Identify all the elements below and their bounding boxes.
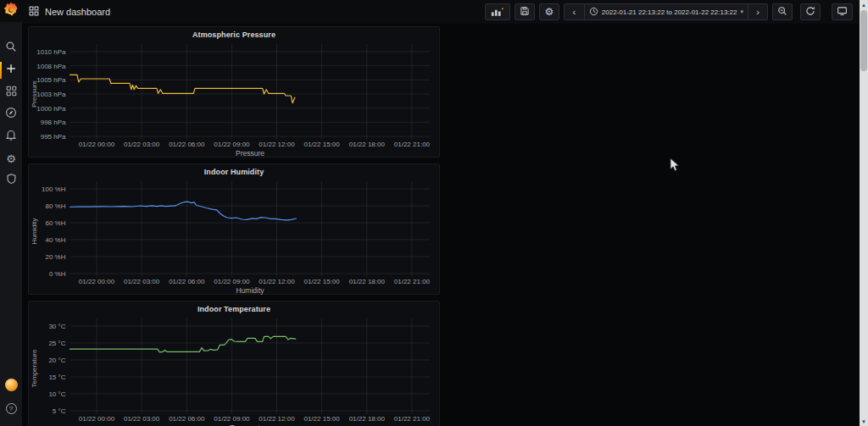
- indoor-humidity-chart[interactable]: 01/22 00:0001/22 03:0001/22 06:0001/22 0…: [29, 164, 441, 296]
- y-tick-label: 998 hPa: [41, 119, 66, 126]
- shield-icon: [6, 173, 17, 188]
- y-tick-label: 5 °C: [53, 407, 66, 415]
- gear-icon: ⚙: [544, 7, 554, 17]
- panel-indoor-humidity: Indoor Humidity 01/22 00:0001/22 03:0001…: [28, 163, 440, 295]
- x-tick-label: 01/22 12:00: [259, 415, 295, 423]
- sidebar: ⚙ ?: [0, 0, 22, 426]
- axis-tick-labels: 01/22 00:0001/22 03:0001/22 06:0001/22 0…: [48, 323, 430, 423]
- dashboard-canvas: Atmospheric Pressure 01/22 00:0001/22 03…: [22, 24, 860, 426]
- x-tick-label: 01/22 12:00: [259, 141, 295, 148]
- y-tick-label: 100 %H: [42, 185, 66, 193]
- search-icon: [5, 41, 17, 56]
- page-title: New dashboard: [45, 7, 110, 17]
- series-line-temperature: [70, 336, 296, 351]
- add-panel-button[interactable]: [485, 3, 510, 20]
- scroll-up-button[interactable]: ▲: [860, 0, 868, 9]
- time-shift-back-button[interactable]: ‹: [564, 3, 584, 20]
- scroll-thumb[interactable]: [860, 10, 867, 71]
- monitor-icon: [837, 6, 848, 18]
- y-tick-label: 1010 hPa: [36, 48, 66, 56]
- axis-tick-labels: 01/22 00:0001/22 03:0001/22 06:0001/22 0…: [42, 185, 431, 285]
- scroll-down-button[interactable]: ▼: [860, 417, 868, 426]
- legend-label: Pressure: [236, 149, 264, 158]
- sidebar-item-configuration[interactable]: ⚙: [0, 147, 22, 169]
- atmospheric-pressure-chart[interactable]: 01/22 00:0001/22 03:0001/22 06:0001/22 0…: [29, 27, 441, 158]
- time-picker-group: ‹ 2022-01-21 22:13:22 to 2022-01-22 22:1…: [564, 3, 768, 20]
- dashboard-settings-button[interactable]: ⚙: [539, 3, 559, 20]
- y-tick-label: 20 °C: [48, 357, 65, 364]
- y-tick-label: 30 °C: [48, 323, 65, 330]
- scrollbar[interactable]: ▲ ▼: [860, 0, 868, 426]
- sidebar-item-dashboards[interactable]: [0, 81, 22, 103]
- grafana-app: { "topnav": { "title": "New dashboard", …: [0, 0, 868, 426]
- sidebar-item-help[interactable]: ?: [0, 397, 22, 419]
- active-indicator: [0, 62, 2, 79]
- caret-down-icon: ▾: [740, 8, 743, 15]
- refresh-button[interactable]: [800, 3, 821, 20]
- sidebar-item-profile[interactable]: [0, 373, 22, 396]
- indoor-temperature-chart[interactable]: 01/22 00:0001/22 03:0001/22 06:0001/22 0…: [29, 302, 441, 426]
- dashboard-toolbar: ⚙ ‹ 2022-01-21 22:13:22 to 2022-01-22 22…: [485, 3, 853, 20]
- compass-icon: [5, 107, 17, 122]
- y-tick-label: 40 %H: [45, 236, 65, 244]
- x-tick-label: 01/22 06:00: [169, 141, 205, 148]
- save-dashboard-button[interactable]: [515, 3, 535, 20]
- x-tick-label: 01/22 21:00: [394, 278, 431, 285]
- y-tick-label: 1003 hPa: [36, 91, 66, 98]
- zoom-out-icon: [777, 6, 787, 18]
- x-tick-label: 01/22 15:00: [303, 278, 340, 285]
- y-tick-label: 1000 hPa: [36, 105, 66, 113]
- time-range-button[interactable]: 2022-01-21 22:13:22 to 2022-01-22 22:13:…: [584, 3, 748, 20]
- series-line-humidity: [70, 202, 297, 220]
- breadcrumb[interactable]: New dashboard: [29, 4, 110, 19]
- chevron-right-icon: ›: [756, 8, 760, 17]
- refresh-icon: [805, 6, 815, 18]
- x-tick-label: 01/22 21:00: [394, 415, 431, 423]
- x-tick-label: 01/22 09:00: [214, 278, 250, 285]
- sidebar-item-explore[interactable]: [0, 103, 22, 125]
- plus-icon: [5, 63, 17, 78]
- sidebar-item-server-admin[interactable]: [0, 169, 22, 191]
- sidebar-item-alerting[interactable]: [0, 125, 22, 147]
- x-tick-label: 01/22 00:00: [79, 278, 115, 285]
- legend-label: Humidity: [236, 286, 264, 295]
- x-tick-label: 01/22 06:00: [169, 415, 205, 423]
- y-axis-label: Pressure: [31, 80, 38, 108]
- time-range-label: 2022-01-21 22:13:22 to 2022-01-22 22:13:…: [602, 8, 737, 16]
- grafana-logo-icon: [4, 3, 19, 20]
- y-tick-label: 60 %H: [45, 219, 65, 227]
- zoom-out-time-button[interactable]: [772, 3, 793, 20]
- cycle-view-mode-button[interactable]: [832, 3, 853, 20]
- x-tick-label: 01/22 09:00: [214, 415, 250, 423]
- y-tick-label: 80 %H: [45, 202, 65, 210]
- x-tick-label: 01/22 03:00: [124, 141, 160, 148]
- x-tick-label: 01/22 21:00: [394, 141, 431, 148]
- save-icon: [520, 6, 530, 18]
- x-tick-label: 01/22 15:00: [303, 415, 340, 423]
- x-tick-label: 01/22 06:00: [169, 278, 205, 285]
- user-avatar: [5, 379, 18, 391]
- clock-icon: [589, 7, 598, 18]
- y-axis-label: Temperature: [31, 349, 38, 387]
- grid-lines: [70, 181, 431, 277]
- y-tick-label: 10 °C: [48, 390, 65, 398]
- y-tick-label: 20 %H: [45, 253, 65, 261]
- x-tick-label: 01/22 03:00: [124, 278, 160, 285]
- y-tick-label: 995 hPa: [41, 133, 66, 141]
- y-tick-label: 15 °C: [48, 373, 65, 381]
- sidebar-item-create[interactable]: [0, 59, 22, 81]
- bar-chart-plus-icon: [491, 6, 504, 19]
- apps-grid-icon: [6, 85, 17, 100]
- grafana-logo-button[interactable]: [0, 0, 22, 22]
- series-line-pressure: [70, 75, 295, 102]
- time-shift-forward-button[interactable]: ›: [748, 3, 768, 20]
- dashboard-grid-icon: [29, 4, 39, 19]
- x-tick-label: 01/22 18:00: [349, 278, 386, 285]
- sidebar-item-search[interactable]: [0, 37, 22, 59]
- grid-lines: [70, 318, 431, 414]
- y-tick-label: 25 °C: [48, 340, 65, 347]
- x-tick-label: 01/22 09:00: [214, 141, 250, 148]
- y-tick-label: 1008 hPa: [36, 63, 66, 70]
- x-tick-label: 01/22 18:00: [349, 141, 386, 148]
- chevron-left-icon: ‹: [572, 8, 576, 17]
